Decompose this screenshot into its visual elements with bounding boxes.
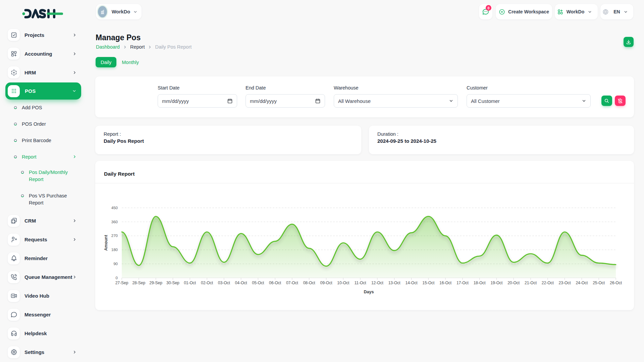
- breadcrumb-dashboard[interactable]: Dashboard: [96, 44, 120, 50]
- x-tick-label: 08-Oct: [303, 281, 316, 285]
- sidebar-subitem-print-barcode[interactable]: Print Barcode: [14, 137, 77, 144]
- create-workspace-button[interactable]: Create Workspace: [496, 4, 552, 19]
- x-tick-label: 09-Oct: [320, 281, 332, 285]
- x-tick-label: 16-Oct: [439, 281, 452, 285]
- sidebar-item-queue-management[interactable]: Queue Management: [8, 271, 77, 283]
- x-tick-label: 29-Sep: [149, 281, 162, 285]
- language-selector[interactable]: EN: [600, 4, 633, 19]
- crm-icon: [8, 215, 20, 227]
- building-icon: [99, 8, 106, 15]
- trash-off-icon: [618, 98, 623, 104]
- sidebar-item-projects[interactable]: Projects: [8, 29, 77, 41]
- checkbox-icon: [8, 29, 20, 41]
- sidebar-item-crm[interactable]: CRM: [8, 215, 77, 227]
- sidebar-item-requests[interactable]: Requests: [8, 234, 77, 246]
- x-tick-label: 13-Oct: [388, 281, 401, 285]
- sidebar-subitem-pos-order[interactable]: POS Order: [14, 120, 77, 128]
- y-axis-title: Amount: [104, 235, 108, 251]
- sidebar-item-hrm[interactable]: HRM: [8, 66, 77, 78]
- sidebar-subitem-add-pos[interactable]: Add POS: [14, 104, 77, 111]
- workspace-avatar: [98, 6, 107, 17]
- sidebar-item-label: Accounting: [24, 51, 52, 57]
- y-tick-label: 0: [116, 276, 118, 280]
- sidebar-subitem-label: Report: [22, 154, 37, 161]
- tab-daily[interactable]: Daily: [96, 57, 116, 67]
- workspace-switcher[interactable]: WorkDo: [555, 4, 598, 19]
- breadcrumb: Dashboard Report Daily Pos Report: [96, 44, 192, 50]
- plus-circle-icon: [499, 9, 505, 15]
- sidebar-subitem-pos-daily-monthly-report[interactable]: Pos Daily/Monthly Report: [21, 169, 77, 183]
- x-tick-label: 05-Oct: [252, 281, 264, 285]
- chevron-right-icon: [123, 45, 127, 49]
- sidebar-subitem-report[interactable]: Report: [14, 153, 77, 161]
- x-tick-label: 11-Oct: [355, 281, 367, 285]
- bullet-icon: [21, 171, 24, 174]
- dash-logo[interactable]: [22, 9, 63, 19]
- report-summary-card: Report : Daily Pos Report: [95, 126, 361, 154]
- tab-monthly[interactable]: Monthly: [122, 60, 139, 65]
- y-tick-label: 450: [111, 206, 118, 210]
- bell-icon: [8, 252, 20, 264]
- grid-dots-icon: [8, 85, 20, 97]
- customer-select[interactable]: All Customer: [467, 94, 591, 108]
- workspace-menu[interactable]: WorkDo: [96, 4, 142, 19]
- sidebar: ProjectsAccountingHRMPOSAdd POSPOS Order…: [0, 0, 89, 362]
- chevron-down-icon: [72, 89, 76, 93]
- sidebar-item-label: Requests: [24, 237, 47, 242]
- y-tick-label: 360: [111, 220, 118, 224]
- download-button[interactable]: [624, 37, 634, 47]
- x-tick-label: 02-Oct: [201, 281, 213, 285]
- messages-button[interactable]: 0: [479, 4, 492, 19]
- report-label: Report :: [104, 131, 121, 137]
- chevron-down-icon: [582, 99, 586, 103]
- x-tick-label: 18-Oct: [474, 281, 486, 285]
- reset-filter-button[interactable]: [615, 96, 626, 106]
- apply-filter-button[interactable]: [601, 96, 612, 106]
- start-date-input[interactable]: mm/dd/yyyy: [158, 94, 237, 108]
- x-tick-label: 06-Oct: [269, 281, 281, 285]
- x-tick-label: 03-Oct: [218, 281, 230, 285]
- x-tick-label: 17-Oct: [457, 281, 469, 285]
- sidebar-item-settings[interactable]: Settings: [8, 346, 77, 358]
- chevron-down-icon: [624, 10, 628, 14]
- create-workspace-label: Create Workspace: [508, 9, 549, 14]
- grid-plus-icon: [8, 48, 20, 60]
- sidebar-item-label: Messenger: [24, 312, 51, 317]
- sidebar-subitem-label: Pos Daily/Monthly Report: [29, 169, 76, 183]
- sidebar-item-label: Video Hub: [24, 293, 49, 299]
- breadcrumb-report[interactable]: Report: [130, 44, 145, 50]
- sidebar-submenu-pos: Add POSPOS OrderPrint BarcodeReportPos D…: [0, 104, 77, 206]
- sidebar-item-pos[interactable]: POS: [5, 82, 81, 100]
- customer-selected-value: All Customer: [471, 98, 500, 104]
- x-tick-label: 19-Oct: [490, 281, 503, 285]
- message-circle-icon: [8, 309, 20, 321]
- sidebar-subitem-label: POS Order: [22, 121, 46, 128]
- download-icon: [626, 39, 631, 45]
- daily-report-area-chart[interactable]: 09018027036045027-Sep28-Sep29-Sep30-Sep0…: [104, 188, 626, 302]
- page-title: Manage Pos: [96, 33, 141, 42]
- calendar-icon[interactable]: [227, 98, 233, 104]
- start-date-placeholder: mm/dd/yyyy: [162, 98, 189, 104]
- sidebar-item-label: Settings: [24, 349, 44, 355]
- sidebar-item-reminder[interactable]: Reminder: [8, 252, 77, 264]
- globe-icon: [602, 9, 609, 15]
- x-tick-label: 26-Oct: [610, 281, 622, 285]
- customer-label: Customer: [467, 85, 591, 90]
- sidebar-item-helpdesk[interactable]: Helpdesk: [8, 327, 77, 340]
- x-tick-label: 20-Oct: [507, 281, 520, 285]
- sidebar-item-messenger[interactable]: Messenger: [8, 309, 77, 321]
- x-tick-label: 14-Oct: [405, 281, 418, 285]
- bullet-icon: [14, 155, 17, 159]
- y-tick-label: 180: [111, 248, 118, 252]
- calendar-icon[interactable]: [315, 98, 321, 104]
- warehouse-select[interactable]: All Warehouse: [334, 94, 458, 108]
- x-tick-label: 22-Oct: [542, 281, 554, 285]
- x-tick-label: 01-Oct: [184, 281, 196, 285]
- sidebar-item-video-hub[interactable]: Video Hub: [8, 290, 77, 302]
- warehouse-label: Warehouse: [334, 85, 458, 90]
- end-date-input[interactable]: mm/dd/yyyy: [246, 94, 325, 108]
- sidebar-item-accounting[interactable]: Accounting: [8, 48, 77, 60]
- bullet-icon: [14, 122, 17, 126]
- sidebar-subitem-pos-vs-purchase-report[interactable]: Pos VS Purchase Report: [21, 192, 77, 206]
- end-date-placeholder: mm/dd/yyyy: [250, 98, 277, 104]
